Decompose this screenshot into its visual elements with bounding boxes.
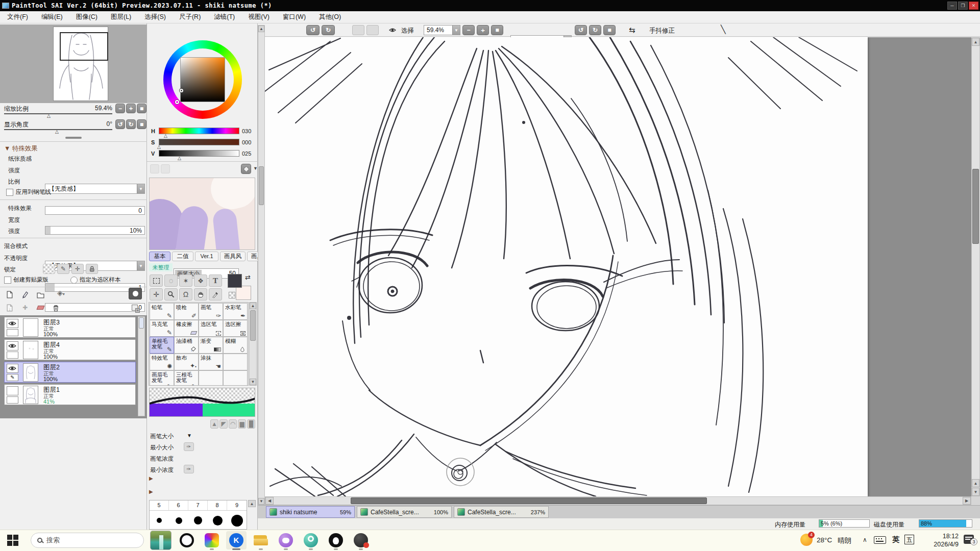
- search-highlight-image[interactable]: [150, 531, 172, 550]
- brush-single-hair-pen-selected[interactable]: 单根毛发笔✎: [150, 337, 174, 354]
- eyedropper-tool[interactable]: [209, 288, 222, 300]
- brush-selection-eraser[interactable]: 选区擦s: [223, 320, 248, 337]
- taskbar-app-opera-icon[interactable]: [180, 533, 194, 547]
- start-button[interactable]: [7, 535, 18, 546]
- move-tool[interactable]: ✛: [150, 288, 163, 300]
- hue-ring-marker[interactable]: [175, 100, 179, 104]
- s-slider[interactable]: [159, 139, 239, 145]
- sv-square-marker[interactable]: [180, 89, 183, 92]
- layer-lock-box[interactable]: [7, 396, 18, 404]
- preset-expander-icon[interactable]: ▶: [149, 475, 153, 481]
- clock[interactable]: 18:12 2026/4/9: [923, 532, 959, 548]
- menu-ruler[interactable]: 尺子(R): [179, 13, 201, 21]
- menu-file[interactable]: 文件(F): [7, 13, 28, 21]
- size-preset-5[interactable]: 5: [150, 500, 169, 510]
- rotate-view-tool[interactable]: Ω: [179, 288, 192, 300]
- layer-thumbnail[interactable]: [23, 363, 38, 382]
- brush-bucket[interactable]: 油漆桶: [174, 337, 199, 354]
- lock-move-button[interactable]: ✛: [71, 264, 84, 274]
- flip-horizontal-icon[interactable]: ⇆: [629, 26, 635, 35]
- lock-paint-button[interactable]: ✎: [57, 264, 69, 274]
- brush-shape-flat1[interactable]: ▆: [238, 419, 246, 429]
- taskbar-app-explorer-icon[interactable]: [254, 533, 268, 547]
- tab-basic[interactable]: 基本: [149, 252, 170, 261]
- doc-tab-cafestella-2[interactable]: CafeStella_scre... 237%: [454, 506, 549, 518]
- new-layer-folder-button[interactable]: [34, 289, 47, 300]
- taskbar-app-qq-icon[interactable]: [329, 533, 343, 547]
- brush-brush[interactable]: 画笔✑: [199, 303, 223, 320]
- transform-tool-icon[interactable]: ◈▾: [57, 289, 65, 297]
- layer-row-1[interactable]: 图层1 正常 41%: [4, 384, 136, 405]
- size-pr-button-1[interactable]: [150, 164, 159, 173]
- tab-binary[interactable]: 二值: [172, 252, 193, 261]
- taskbar-search-box[interactable]: 搜索: [31, 533, 144, 548]
- size-pr-button-2[interactable]: [161, 164, 170, 173]
- tab-ver1[interactable]: Ver.1: [195, 252, 218, 261]
- nav-zoom-slider[interactable]: [4, 113, 112, 114]
- layer-paint-mode-icon[interactable]: ✎: [7, 374, 18, 381]
- brush-shape-flat2[interactable]: █: [247, 419, 255, 429]
- ime-language-indicator[interactable]: 英: [892, 535, 899, 544]
- layers-scrollbar[interactable]: [138, 316, 145, 416]
- hand-tool[interactable]: [194, 288, 207, 300]
- taskbar-app-media-icon[interactable]: [354, 533, 368, 547]
- layer-thumbnail[interactable]: [23, 386, 38, 404]
- layer-row-3[interactable]: 图层3 正常 100%: [4, 317, 136, 338]
- rotate-reset-button[interactable]: ■: [603, 25, 616, 35]
- brush-empty-cell[interactable]: [199, 370, 223, 386]
- brush-size-unit-dropdown[interactable]: ▼: [187, 433, 192, 438]
- size-preset-9[interactable]: 9: [227, 500, 247, 510]
- taskbar-app-pinwheel-icon[interactable]: [205, 533, 219, 547]
- h-slider[interactable]: [159, 128, 239, 134]
- min-density-pressure-icon[interactable]: ✑: [184, 465, 194, 473]
- delete-layer-button[interactable]: [49, 302, 62, 313]
- brush-smudge[interactable]: 涂抹☚: [199, 354, 223, 370]
- brush-grid-scrollbar[interactable]: ▲ ▼: [249, 302, 257, 386]
- brush-shape-round[interactable]: ◤: [219, 419, 228, 429]
- layer-lock-box[interactable]: [7, 329, 18, 336]
- size-preset-7[interactable]: 7: [188, 500, 208, 510]
- nav-angle-slider-marker[interactable]: △: [55, 129, 59, 134]
- selection-source-radio[interactable]: 指定为选区样本: [70, 276, 121, 284]
- layer-row-4[interactable]: 图层4 正常 100%: [4, 339, 136, 360]
- size-preset-scroll-up[interactable]: ▲: [248, 500, 256, 507]
- clear-layer-button[interactable]: [34, 302, 47, 313]
- layer-visibility-eye-icon[interactable]: [7, 342, 17, 350]
- brush-gradient[interactable]: 渐变: [199, 337, 223, 354]
- transparent-color-swatch[interactable]: [229, 292, 235, 298]
- canvas-vscrollbar[interactable]: ▲ ▲ ▼: [971, 37, 980, 496]
- brush-brow-hair-pen[interactable]: 画眉毛发笔✎: [150, 370, 174, 386]
- weather-desc[interactable]: 晴朗: [838, 536, 851, 545]
- deselect-button[interactable]: [352, 25, 364, 35]
- size-bar-dropdown-icon[interactable]: ▼: [253, 166, 258, 171]
- menu-edit[interactable]: 编辑(E): [41, 13, 63, 21]
- layer-thumbnail[interactable]: [23, 318, 38, 337]
- navigator-panel[interactable]: [0, 24, 147, 103]
- menu-layer[interactable]: 图层(L): [111, 13, 131, 21]
- touch-keyboard-icon[interactable]: [874, 536, 886, 544]
- v-slider-marker[interactable]: △: [178, 156, 181, 161]
- lock-alpha-button[interactable]: [43, 264, 55, 274]
- new-linework-layer-button[interactable]: [18, 289, 32, 300]
- nav-rotate-ccw-button[interactable]: ↺: [115, 119, 125, 129]
- layer-lock-box[interactable]: [7, 352, 18, 359]
- layer-visibility-eye-icon[interactable]: [7, 364, 17, 372]
- v-slider[interactable]: [159, 150, 239, 157]
- taskbar-app-browser-icon[interactable]: [304, 533, 318, 547]
- menu-select[interactable]: 选择(S): [144, 13, 166, 21]
- nav-zoom-in-button[interactable]: ＋: [126, 104, 136, 113]
- tag-untagged[interactable]: 未整理: [149, 263, 173, 271]
- clipping-mask-checkbox[interactable]: 创建剪贴蒙版: [4, 276, 48, 284]
- doc-tab-shiki-natsume[interactable]: shiki natsume 59%: [266, 506, 355, 518]
- nav-rotate-cw-button[interactable]: ↻: [126, 119, 136, 129]
- brush-pencil[interactable]: 铅笔✎: [150, 303, 174, 320]
- min-size-pressure-icon[interactable]: ✑: [184, 442, 194, 451]
- merge-down-button[interactable]: ↓: [3, 302, 16, 313]
- new-layer-button[interactable]: [3, 289, 16, 300]
- eraser-toggle-button[interactable]: [241, 164, 251, 174]
- paper-texture-dropdown[interactable]: 【无质感】▼: [45, 184, 145, 194]
- doc-tab-cafestella-1[interactable]: CafeStella_scre... 100%: [357, 506, 452, 518]
- menu-other[interactable]: 其他(O): [319, 13, 341, 21]
- paper-scale-slider[interactable]: 10%: [45, 226, 145, 235]
- brush-marker[interactable]: 马克笔✎: [150, 320, 174, 337]
